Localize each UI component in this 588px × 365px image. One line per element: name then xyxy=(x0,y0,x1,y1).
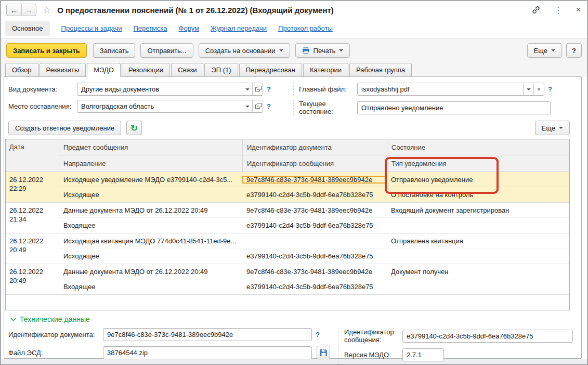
place-dropdown-button[interactable] xyxy=(242,100,252,112)
nav-item-processes[interactable]: Процессы и задачи xyxy=(61,24,122,32)
row-msg-id: e3799140-c2d4-3c5b-9ddf-6ea76b328e75 xyxy=(242,191,387,199)
tab-forwarded[interactable]: Переадресован xyxy=(239,63,302,77)
place-open-button[interactable] xyxy=(252,100,263,112)
medo-version-label: Версия МЭДО: xyxy=(344,351,402,359)
help-button[interactable]: ? xyxy=(566,43,582,58)
row-msg-id: e3799140-c2d4-3c5b-9ddf-6ea76b328e75 xyxy=(242,283,387,291)
medo-tab-panel: Вид документа: Другие виды документов ? … xyxy=(4,76,582,359)
place-field[interactable]: Волгоградская область xyxy=(77,100,263,113)
save-and-close-button[interactable]: Записать и закрыть xyxy=(6,43,87,58)
row-state: Отправлено уведомление xyxy=(387,176,569,184)
table-row[interactable]: 26.12.2022 20:49 Исходящая квитанция МЭД… xyxy=(6,233,569,264)
chevron-down-icon xyxy=(245,88,250,90)
create-based-on-button[interactable]: Создать на основании xyxy=(199,43,290,58)
nav-item-correspondence[interactable]: Переписка xyxy=(134,24,167,32)
column-header-msg-id[interactable]: Идентификатор сообщения xyxy=(242,155,387,172)
print-button[interactable]: Печать xyxy=(295,43,350,58)
tab-medo[interactable]: МЭДО xyxy=(87,63,121,77)
row-time: 22:29 xyxy=(9,184,57,193)
nav-item-main[interactable]: Основное xyxy=(5,21,50,36)
send-button[interactable]: Отправить... xyxy=(140,43,193,58)
current-state-value: Отправлено уведомление xyxy=(358,102,550,114)
column-header-notif-type[interactable]: Тип уведомления xyxy=(387,155,569,172)
column-header-subject[interactable]: Предмет сообщения xyxy=(59,139,242,155)
create-reply-notification-button[interactable]: Создать ответное уведомление xyxy=(8,121,121,135)
kebab-menu-icon[interactable]: ⋮ xyxy=(554,5,563,15)
printer-icon xyxy=(302,47,310,54)
chevron-down-icon xyxy=(10,318,16,321)
table-more-button[interactable]: Еще xyxy=(535,121,570,135)
main-file-clear-button[interactable]: × xyxy=(533,83,544,95)
doc-kind-label: Вид документа: xyxy=(8,85,77,93)
tab-working-group[interactable]: Рабочая группа xyxy=(349,63,412,77)
nav-item-work-protocol[interactable]: Протокол работы xyxy=(278,24,333,32)
more-label: Еще xyxy=(534,47,547,55)
doc-kind-open-button[interactable] xyxy=(252,83,263,95)
column-header-direction[interactable]: Направление xyxy=(59,155,242,172)
tab-links[interactable]: Связи xyxy=(171,63,203,77)
tab-overview[interactable]: Обзор xyxy=(5,63,38,77)
table-row[interactable]: 26.12.2022 20:49 Данные документа МЭДО о… xyxy=(6,264,569,295)
column-header-state[interactable]: Состояние xyxy=(387,139,569,155)
place-help-icon[interactable]: ? xyxy=(267,102,271,110)
row-direction: Входящее xyxy=(59,221,242,229)
current-state-label: Текущее состояние: xyxy=(299,100,357,115)
table-more-label: Еще xyxy=(542,124,555,132)
tech-msg-id-label: Идентификатор сообщения: xyxy=(344,328,402,344)
technical-data-section: Технические данные Идентификатор докумен… xyxy=(8,315,577,365)
row-doc-id-selected-cell[interactable]: 9e7c8f46-c83e-373c-9481-389eec9b942e xyxy=(242,176,387,184)
column-header-doc-id[interactable]: Идентификатор документа xyxy=(242,139,387,155)
table-row[interactable]: 26.12.2022 22:29 Исходящее уведомление М… xyxy=(6,172,569,203)
table-row[interactable]: 26.12.2022 21:34 Данные документа МЭДО о… xyxy=(6,203,569,233)
main-file-dropdown-button[interactable] xyxy=(523,83,533,95)
tech-doc-id-field[interactable]: 9e7c8f46-c83e-373c-9481-389eec9b942e xyxy=(103,328,312,341)
save-file-button[interactable] xyxy=(317,346,330,359)
chevron-down-icon xyxy=(559,127,563,129)
tech-msg-id-field[interactable]: e3799140-c2d4-3c5b-9ddf-6ea76b328e75 xyxy=(402,330,573,343)
main-file-value: isxodyashhij.pdf xyxy=(358,83,523,95)
medo-messages-table: Дата Предмет сообщения Идентификатор док… xyxy=(5,139,570,310)
row-direction: Исходящее xyxy=(59,252,242,260)
tab-categories[interactable]: Категории xyxy=(303,63,348,77)
section-nav: Основное Процессы и задачи Переписка Фор… xyxy=(1,19,587,38)
row-time: 20:49 xyxy=(9,276,57,285)
forward-arrow-icon[interactable]: → xyxy=(21,4,36,16)
medo-version-field[interactable]: 2.7.1 xyxy=(402,348,444,361)
esd-file-field[interactable]: 38764544.zip xyxy=(103,346,312,359)
favorite-star-icon[interactable]: ☆ xyxy=(43,4,51,16)
tab-requisites[interactable]: Реквизиты xyxy=(40,63,86,77)
row-doc-id: 9e7c8f46-c83e-373c-9481-389eec9b942e xyxy=(242,206,387,214)
open-form-icon xyxy=(255,105,260,109)
close-icon[interactable]: × xyxy=(576,5,581,15)
tech-doc-id-help-icon[interactable]: ? xyxy=(316,331,320,338)
save-button[interactable]: Записать xyxy=(93,43,136,58)
table-command-bar: Создать ответное уведомление ↻ Еще xyxy=(8,121,570,135)
row-date: 26.12.2022 xyxy=(9,237,57,245)
row-date: 26.12.2022 xyxy=(9,175,57,184)
chevron-down-icon xyxy=(527,88,531,90)
doc-kind-help-icon[interactable]: ? xyxy=(267,85,271,93)
copy-link-icon[interactable] xyxy=(531,5,541,15)
technical-data-group-toggle[interactable]: Технические данные xyxy=(10,315,577,323)
column-header-date[interactable]: Дата xyxy=(6,139,59,172)
nav-item-transfer-log[interactable]: Журнал передачи xyxy=(211,24,267,32)
row-subject: Данные документа МЭДО от 26.12.2022 20:4… xyxy=(59,268,242,276)
tab-resolutions[interactable]: Резолюции xyxy=(122,63,170,77)
refresh-button[interactable]: ↻ xyxy=(126,121,142,135)
tab-signatures[interactable]: ЭП (1) xyxy=(204,63,238,77)
row-direction: Входящее xyxy=(59,283,242,291)
back-arrow-icon[interactable]: ← xyxy=(7,4,21,16)
main-file-help-icon[interactable]: ? xyxy=(548,85,552,93)
doc-kind-dropdown-button[interactable] xyxy=(242,83,252,95)
tabstrip: Обзор Реквизиты МЭДО Резолюции Связи ЭП … xyxy=(1,62,587,77)
more-button[interactable]: Еще xyxy=(527,43,562,58)
open-form-icon xyxy=(255,87,260,92)
row-direction: Исходящее xyxy=(59,191,242,199)
doc-kind-field[interactable]: Другие виды документов xyxy=(77,83,263,96)
nav-item-forum[interactable]: Форум xyxy=(179,24,200,32)
chevron-down-icon xyxy=(339,49,343,51)
create-based-on-label: Создать на основании xyxy=(205,47,276,55)
main-file-field[interactable]: isxodyashhij.pdf × xyxy=(357,83,544,96)
main-file-label: Главный файл: xyxy=(299,85,357,93)
tech-doc-id-label: Идентификатор документа: xyxy=(8,331,103,338)
